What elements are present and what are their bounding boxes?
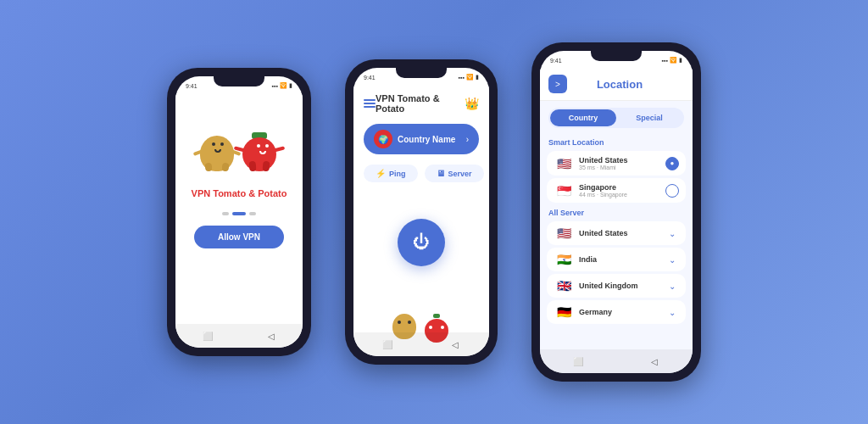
notch-1 xyxy=(214,76,264,86)
back-nav-btn-3[interactable]: ◁ xyxy=(648,354,661,368)
chevron-right-icon: › xyxy=(466,135,469,144)
back-button[interactable]: > xyxy=(548,75,567,93)
phone-3: 9:41 ▪▪▪ 🛜 ▮ > Location Country Special xyxy=(531,42,701,382)
status-time-1: 9:41 xyxy=(186,83,198,89)
tomato-body xyxy=(242,137,276,171)
server-label: Server xyxy=(448,170,472,178)
notch-3 xyxy=(591,51,642,61)
status-time-2: 9:41 xyxy=(364,75,376,81)
server-icon: 🖥 xyxy=(437,169,445,178)
battery-icon-2: ▮ xyxy=(476,74,479,81)
chevron-in[interactable]: ⌄ xyxy=(665,253,679,266)
all-name-de: Germany xyxy=(579,308,660,316)
screen-2: 9:41 ▪▪▪ 🛜 ▮ VPN Tomato & Potato 👑 xyxy=(353,68,489,356)
all-flag-de: 🇩🇪 xyxy=(554,305,574,319)
server-name-sg: Singapore xyxy=(579,183,660,192)
dot-3 xyxy=(249,212,256,215)
server-select-sg[interactable] xyxy=(665,184,679,198)
power-container: ⏻ xyxy=(353,187,489,314)
tomato-mascot xyxy=(239,131,280,178)
hamburger-menu[interactable] xyxy=(364,99,376,108)
ping-tab[interactable]: ⚡ Ping xyxy=(364,165,418,182)
home-nav-btn-2[interactable]: ⬜ xyxy=(381,338,394,351)
wifi-icon: 🛜 xyxy=(280,82,287,89)
country-special-tabs: Country Special xyxy=(548,108,684,128)
app-name-1: VPN Tomato & Potato xyxy=(192,188,287,198)
app-title-2: VPN Tomato & Potato xyxy=(376,93,465,114)
wifi-icon-2: 🛜 xyxy=(466,74,474,81)
potato-body xyxy=(200,136,234,171)
phone3-content: > Location Country Special Smart Locatio… xyxy=(540,68,693,373)
screen-1: 9:41 ▪▪▪ 🛜 ▮ xyxy=(175,76,303,348)
smart-location-label: Smart Location xyxy=(540,135,693,148)
home-nav-btn-3[interactable]: ⬜ xyxy=(571,354,585,368)
battery-icon: ▮ xyxy=(289,82,292,89)
allow-vpn-button[interactable]: Allow VPN xyxy=(194,226,284,248)
all-flag-in: 🇮🇳 xyxy=(554,253,574,266)
server-tab[interactable]: 🖥 Server xyxy=(425,165,484,182)
phone2-content: VPN Tomato & Potato 👑 🌍 Country Name › ⚡… xyxy=(353,85,489,356)
crown-icon: 👑 xyxy=(465,97,479,110)
bottom-nav-3: ⬜ ◁ xyxy=(540,349,693,373)
all-server-us[interactable]: 🇺🇸 United States ⌄ xyxy=(547,221,686,245)
home-nav-btn[interactable]: ⬜ xyxy=(201,329,214,343)
server-name-us: United States xyxy=(579,156,660,165)
chevron-us[interactable]: ⌄ xyxy=(665,226,679,240)
ping-icon: ⚡ xyxy=(376,169,386,178)
all-server-label: All Server xyxy=(540,205,693,219)
status-time-3: 9:41 xyxy=(550,58,562,64)
phone-2: 9:41 ▪▪▪ 🛜 ▮ VPN Tomato & Potato 👑 xyxy=(345,59,498,365)
progress-dots xyxy=(222,212,256,215)
country-tab[interactable]: Country xyxy=(550,109,616,126)
all-name-in: India xyxy=(579,255,660,264)
all-server-uk[interactable]: 🇬🇧 United Kingdom ⌄ xyxy=(547,274,686,298)
server-info-sg: Singapore 44 ms · Singapore xyxy=(579,183,660,198)
all-flag-uk: 🇬🇧 xyxy=(554,279,574,293)
all-flag-us: 🇺🇸 xyxy=(554,226,574,240)
signal-icon: ▪▪▪ xyxy=(272,83,278,89)
chevron-de[interactable]: ⌄ xyxy=(665,305,679,319)
bottom-nav-2: ⬜ ◁ xyxy=(353,332,489,356)
wifi-icon-3: 🛜 xyxy=(670,57,677,64)
power-button[interactable]: ⏻ xyxy=(398,219,445,266)
location-header: > Location xyxy=(540,68,693,101)
app-header: VPN Tomato & Potato 👑 xyxy=(353,88,489,119)
phone-1: 9:41 ▪▪▪ 🛜 ▮ xyxy=(167,68,311,356)
server-sub-sg: 44 ms · Singapore xyxy=(579,192,660,198)
potato-face xyxy=(210,141,225,153)
potato-mascot xyxy=(198,136,236,178)
power-icon: ⏻ xyxy=(413,232,430,252)
signal-icon-2: ▪▪▪ xyxy=(459,75,465,81)
dot-2 xyxy=(232,212,246,215)
notch-2 xyxy=(396,68,447,78)
status-icons-2: ▪▪▪ 🛜 ▮ xyxy=(459,74,479,81)
signal-icon-3: ▪▪▪ xyxy=(662,58,668,64)
special-tab[interactable]: Special xyxy=(616,109,682,126)
dot-1 xyxy=(222,212,229,215)
flag-us: 🇺🇸 xyxy=(554,157,574,170)
location-content: Smart Location 🇺🇸 United States 35 ms · … xyxy=(540,135,693,373)
all-server-in[interactable]: 🇮🇳 India ⌄ xyxy=(547,248,686,271)
back-nav-btn-2[interactable]: ◁ xyxy=(448,338,462,351)
flag-sg: 🇸🇬 xyxy=(554,184,574,198)
all-info-us: United States xyxy=(579,229,660,237)
server-select-us[interactable]: ● xyxy=(665,157,679,170)
server-sub-us: 35 ms · Miami xyxy=(579,165,660,170)
status-icons-3: ▪▪▪ 🛜 ▮ xyxy=(662,57,682,64)
location-title: Location xyxy=(574,78,684,91)
screen-3: 9:41 ▪▪▪ 🛜 ▮ > Location Country Special xyxy=(540,51,693,373)
tomato-face xyxy=(255,142,270,154)
bottom-nav-1: ⬜ ◁ xyxy=(175,324,303,348)
all-info-uk: United Kingdom xyxy=(579,282,660,290)
country-flag: 🌍 xyxy=(374,130,392,148)
smart-server-sg[interactable]: 🇸🇬 Singapore 44 ms · Singapore xyxy=(547,178,686,203)
country-select-button[interactable]: 🌍 Country Name › xyxy=(364,124,479,154)
all-server-de[interactable]: 🇩🇪 Germany ⌄ xyxy=(547,300,686,324)
mascot-group xyxy=(198,131,280,178)
chevron-uk[interactable]: ⌄ xyxy=(665,279,679,293)
back-nav-btn[interactable]: ◁ xyxy=(264,329,278,343)
smart-server-us[interactable]: 🇺🇸 United States 35 ms · Miami ● xyxy=(547,151,686,176)
all-info-in: India xyxy=(579,255,660,264)
all-info-de: Germany xyxy=(579,308,660,316)
status-icons-1: ▪▪▪ 🛜 ▮ xyxy=(272,82,292,89)
